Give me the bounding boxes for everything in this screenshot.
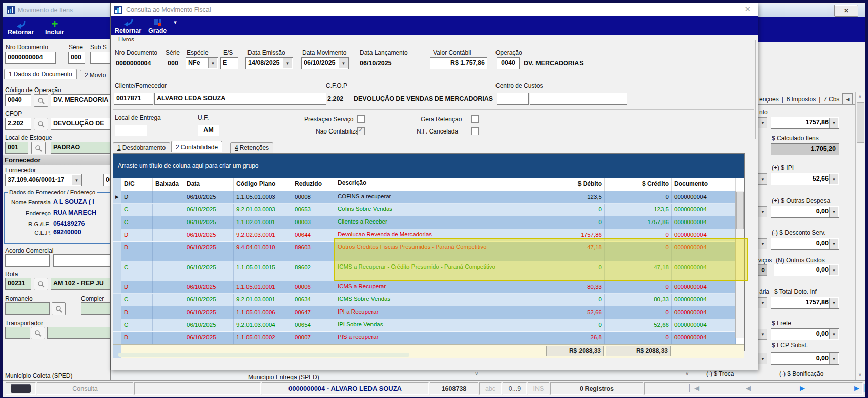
incluir-button[interactable]: + Incluir: [43, 18, 66, 36]
cell[interactable]: 06/10/2025: [184, 306, 234, 319]
chevron-down-icon[interactable]: ∨: [475, 371, 478, 376]
scroll-up-icon[interactable]: ∧: [856, 92, 864, 100]
cell[interactable]: 0: [545, 294, 605, 306]
cell[interactable]: 0000000004: [672, 306, 736, 319]
tab-dados-documento[interactable]: 1Dados do Documento: [4, 69, 77, 79]
cell[interactable]: ICMS a Recuperar - Crédito Presumido - P…: [335, 261, 545, 281]
tab-contabilidade[interactable]: 2Contabilidade: [171, 141, 222, 152]
fornecedor-code2[interactable]: 001: [103, 174, 111, 186]
cell[interactable]: 0000000004: [672, 319, 736, 331]
nav-next-icon[interactable]: ▶: [800, 384, 805, 393]
cell[interactable]: 0: [605, 306, 672, 319]
tab-scroll-left-icon[interactable]: ◀: [842, 93, 853, 105]
cell[interactable]: IPI Sobre Vendas: [335, 319, 545, 331]
cell[interactable]: 00003: [292, 216, 335, 229]
col-data[interactable]: Data: [184, 178, 234, 191]
fornecedor-combo[interactable]: 37.109.406/0001-17▼: [5, 174, 82, 186]
dropdown-icon[interactable]: ▼: [829, 239, 838, 249]
dropdown-icon[interactable]: ▼: [829, 118, 838, 128]
cell[interactable]: 9.2.02.03.0001: [234, 229, 292, 241]
tab-cbs[interactable]: 7Cbs: [823, 96, 839, 103]
cell[interactable]: 00654: [292, 319, 335, 331]
tab-impostos[interactable]: 6Impostos: [787, 96, 816, 103]
cell[interactable]: 0: [605, 281, 672, 293]
data-movimento-combo[interactable]: 06/10/2025▼: [301, 57, 349, 69]
cell[interactable]: 0: [605, 332, 672, 344]
cell[interactable]: 00006: [292, 281, 335, 293]
hidden-combo-dropdown-icon[interactable]: ▼: [757, 329, 767, 340]
outros-custos-field[interactable]: 0,00▼: [774, 264, 839, 276]
cell[interactable]: 06/10/2025: [184, 332, 234, 344]
cell[interactable]: 123,5: [545, 191, 605, 203]
transportador-code[interactable]: [5, 327, 30, 339]
dropdown-icon[interactable]: ▼: [829, 207, 838, 217]
dropdown-icon[interactable]: ▼: [829, 298, 838, 308]
col-codigo-plano[interactable]: Código Plano: [234, 178, 292, 191]
col-debito[interactable]: $ Débito: [545, 178, 605, 191]
cell[interactable]: 89603: [292, 242, 335, 261]
cell[interactable]: [153, 261, 184, 281]
scrollbar-thumb[interactable]: [857, 102, 864, 143]
cfop-code[interactable]: 2.202: [5, 118, 31, 130]
scroll-down-icon[interactable]: ∨: [856, 370, 864, 378]
table-row[interactable]: D06/10/20251.1.05.01.000600647IPI a Recu…: [113, 306, 736, 319]
acordo-field-1[interactable]: [5, 254, 50, 267]
cell[interactable]: 0000000004: [672, 294, 736, 306]
cell[interactable]: C: [121, 204, 153, 216]
search-icon[interactable]: [31, 327, 45, 339]
desconto-serv-field[interactable]: 0,00▼: [771, 238, 839, 250]
cell[interactable]: 80,33: [605, 294, 672, 306]
especie-combo[interactable]: NFe▼: [186, 57, 218, 69]
cell[interactable]: C: [121, 216, 153, 229]
col-reduzido[interactable]: Reduzido: [292, 178, 335, 191]
dropdown-icon[interactable]: ▼: [829, 353, 838, 364]
complemento-field[interactable]: [81, 302, 111, 315]
cell[interactable]: 1.1.05.01.0001: [234, 281, 292, 293]
cell[interactable]: 06/10/2025: [184, 229, 234, 241]
cell[interactable]: [153, 306, 184, 319]
cell[interactable]: D: [121, 242, 153, 261]
cell[interactable]: 0000000004: [672, 261, 736, 281]
dropdown-icon[interactable]: ▼: [283, 58, 292, 68]
cell[interactable]: Clientes a Receber: [335, 216, 545, 229]
tab-desdobramento[interactable]: 1Desdobramento: [113, 142, 170, 153]
dropdown-icon[interactable]: ▼: [829, 329, 838, 339]
sub-serie-field[interactable]: [90, 52, 111, 64]
cell[interactable]: 1757,86: [605, 216, 672, 229]
cell[interactable]: [153, 216, 184, 229]
cell[interactable]: 0: [545, 261, 605, 281]
cell[interactable]: 0: [605, 229, 672, 241]
cell[interactable]: 0: [545, 319, 605, 331]
cell[interactable]: 1.1.05.01.0002: [234, 332, 292, 344]
nro-documento-field[interactable]: 0000000004: [5, 52, 56, 64]
cell[interactable]: 1.1.05.01.0015: [234, 261, 292, 281]
cell[interactable]: COFINS a recuperar: [335, 191, 545, 203]
cell[interactable]: 06/10/2025: [184, 204, 234, 216]
close-icon[interactable]: ✕: [744, 5, 751, 14]
chevron-down-icon[interactable]: ∨: [685, 371, 689, 376]
search-icon[interactable]: [34, 118, 48, 130]
cell[interactable]: D: [121, 306, 153, 319]
search-icon[interactable]: [52, 302, 66, 315]
cell[interactable]: 00008: [292, 191, 335, 203]
cell[interactable]: PIS a recuperar: [335, 332, 545, 344]
codigo-operacao-code[interactable]: 0040: [5, 94, 31, 106]
cell[interactable]: 47,18: [545, 242, 605, 261]
group-by-band[interactable]: Arraste um título de coluna aqui para cr…: [113, 154, 744, 178]
hidden-combo-dropdown-icon[interactable]: ▼: [757, 238, 767, 249]
cell[interactable]: Outros Créditos Fiscais Presumidos - Par…: [335, 242, 545, 261]
cell[interactable]: 9.2.01.03.0003: [234, 204, 292, 216]
cell[interactable]: 00007: [292, 332, 335, 344]
frete-field[interactable]: 0,00▼: [771, 328, 839, 340]
romaneio-field[interactable]: [5, 302, 50, 315]
table-row[interactable]: D06/10/20259.4.04.01.001089603Outros Cré…: [113, 242, 736, 261]
search-icon[interactable]: [34, 278, 48, 290]
tab-movto[interactable]: 2Movto: [80, 70, 111, 80]
hidden-combo-dropdown-icon[interactable]: ▼: [757, 173, 767, 185]
cell[interactable]: [153, 332, 184, 344]
gera-retencao-checkbox[interactable]: [471, 115, 479, 123]
cell[interactable]: 26,8: [545, 332, 605, 344]
valor-documento-field[interactable]: 1757,86▼: [771, 117, 839, 129]
cell[interactable]: 0: [545, 216, 605, 229]
cell[interactable]: [153, 242, 184, 261]
